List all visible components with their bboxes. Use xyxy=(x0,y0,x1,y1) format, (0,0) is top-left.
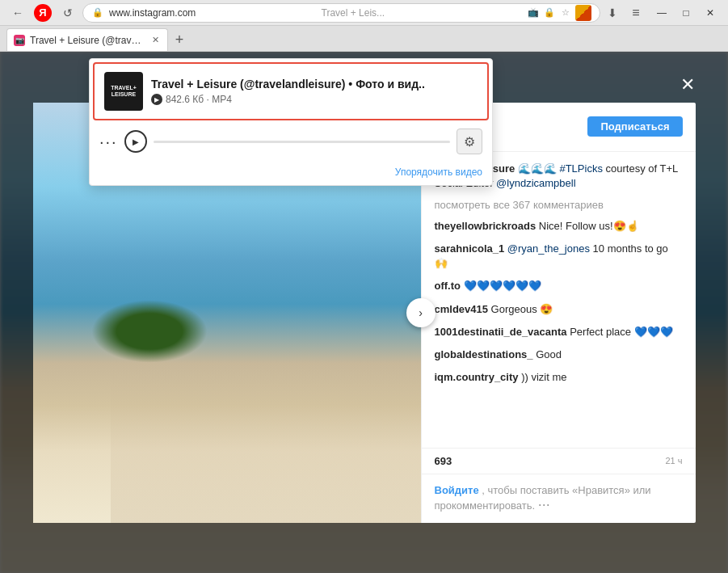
comment-item: 1001destinatii_de_vacanta Perfect place … xyxy=(435,325,683,339)
tabs-bar: 📷 Travel + Leisure (@travela... ✕ + xyxy=(0,26,728,52)
organize-videos-link[interactable]: Упорядочить видео xyxy=(395,166,482,178)
popup-info: Travel + Leisure (@travelandleisure) • Ф… xyxy=(151,78,478,105)
lock-icon: 🔒 xyxy=(91,6,104,19)
new-tab-button[interactable]: + xyxy=(168,28,191,51)
back-button[interactable]: ← xyxy=(6,2,29,24)
tab-favicon-icon: 📷 xyxy=(14,35,25,46)
comment-text: 1001destinatii_de_vacanta Perfect place … xyxy=(435,325,683,339)
close-button[interactable]: ✕ xyxy=(699,2,722,24)
download-button[interactable]: ⬇ xyxy=(604,4,621,22)
post-time: 21 ч xyxy=(665,456,682,466)
comment-text: iqm.country_city )) vizit me xyxy=(435,370,683,385)
comment-text: off.to 💙💙💙💙💙💙 xyxy=(435,279,683,293)
address-icons: 📺 🔒 ☆ xyxy=(527,5,591,21)
see-all-comments[interactable]: посмотреть все 367 комментариев xyxy=(435,199,683,211)
trees-decoration xyxy=(91,300,208,363)
comment-username: 1001destinatii_de_vacanta xyxy=(435,326,567,338)
tab-instagram[interactable]: 📷 Travel + Leisure (@travela... ✕ xyxy=(6,28,168,51)
comment-item: cmldev415 Gorgeous 😍 xyxy=(435,302,683,317)
comment-item: theyellowbrickroads Nice! Follow us!😍☝ xyxy=(435,219,683,234)
comment-item: off.to 💙💙💙💙💙💙 xyxy=(435,279,683,293)
window-controls: — □ ✕ xyxy=(650,2,722,24)
login-prompt: Войдите , чтобы поставить «Нравится» или… xyxy=(422,474,696,523)
follow-button[interactable]: Подписаться xyxy=(587,116,682,137)
popup-header: TRAVEL+ LEISURE Travel + Leisure (@trave… xyxy=(93,62,489,120)
comment-username: iqm.country_city xyxy=(435,371,519,383)
tab-close-button[interactable]: ✕ xyxy=(149,35,161,46)
menu-button[interactable]: ≡ xyxy=(625,2,647,24)
login-link[interactable]: Войдите xyxy=(435,484,479,496)
hashtag-link[interactable]: #TLPicks xyxy=(559,162,602,175)
comment-text: theyellowbrickroads Nice! Follow us!😍☝ xyxy=(435,219,683,234)
tab-label: Travel + Leisure (@travela... xyxy=(30,35,145,46)
popup-logo: TRAVEL+ LEISURE xyxy=(104,72,143,111)
comment-username: cmldev415 xyxy=(435,303,489,315)
comment-username: globaldestinations_ xyxy=(435,348,533,360)
more-options-dots[interactable]: ··· xyxy=(538,496,550,512)
comments-list[interactable]: travelandleisure 🌊🌊🌊 #TLPicks courtesy o… xyxy=(422,152,696,448)
comment-text: cmldev415 Gorgeous 😍 xyxy=(435,302,683,317)
page-title-text: Travel + Leis... xyxy=(315,7,523,19)
modal-close-button[interactable]: ✕ xyxy=(676,74,699,96)
popup-footer: Упорядочить видео xyxy=(90,161,492,185)
comment-username: theyellowbrickroads xyxy=(435,220,537,232)
url-text: www.instagram.com xyxy=(109,7,310,19)
refresh-button[interactable]: ↺ xyxy=(57,2,79,24)
post-actions: 693 21 ч xyxy=(422,448,696,474)
play-button[interactable]: ▶ xyxy=(124,130,147,153)
see-all-text[interactable]: посмотреть все 367 комментариев xyxy=(435,199,683,211)
settings-gear-button[interactable]: ⚙ xyxy=(457,129,482,154)
shield-icon[interactable]: 🔒 xyxy=(543,6,556,19)
comment-text: sarahnicola_1 @ryan_the_jones 10 months … xyxy=(435,242,683,271)
comment-username: sarahnicola_1 xyxy=(435,242,505,255)
next-image-button[interactable]: › xyxy=(406,298,436,327)
star-icon[interactable]: ☆ xyxy=(559,6,572,19)
comment-username: off.to xyxy=(435,280,461,292)
browser-titlebar: ← Я ↺ 🔒 www.instagram.com Travel + Leis.… xyxy=(0,0,728,26)
options-dots-button[interactable]: ··· xyxy=(99,133,118,151)
extension-icon[interactable] xyxy=(575,5,591,21)
media-type-icon: ▶ xyxy=(151,94,162,105)
comment-item: globaldestinations_ Good xyxy=(435,348,683,362)
media-icon[interactable]: 📺 xyxy=(527,6,540,19)
progress-bar[interactable] xyxy=(154,141,450,143)
popup-title: Travel + Leisure (@travelandleisure) • Ф… xyxy=(151,78,478,91)
popup-logo-text: TRAVEL+ LEISURE xyxy=(111,85,137,99)
page-content: ✕ › T+L eis... Подписаться xyxy=(0,52,728,573)
address-bar[interactable]: 🔒 www.instagram.com Travel + Leis... 📺 🔒… xyxy=(82,3,600,23)
browser-window: ← Я ↺ 🔒 www.instagram.com Travel + Leis.… xyxy=(0,0,728,573)
popup-subtitle: ▶ 842.6 Кб · MP4 xyxy=(151,94,478,105)
popup-body: ··· ▶ ⚙ xyxy=(90,124,492,161)
user-link[interactable]: @lyndzicampbell xyxy=(496,177,575,189)
yandex-logo-icon: Я xyxy=(34,4,52,22)
minimize-button[interactable]: — xyxy=(650,2,673,24)
beach-overlay xyxy=(111,355,421,523)
maximize-button[interactable]: □ xyxy=(675,2,697,24)
user-mention[interactable]: @ryan_the_jones xyxy=(507,242,590,255)
download-popup: TRAVEL+ LEISURE Travel + Leisure (@trave… xyxy=(89,58,493,186)
like-count: 693 xyxy=(435,455,659,467)
comment-text: globaldestinations_ Good xyxy=(435,348,683,362)
comment-item: iqm.country_city )) vizit me xyxy=(435,370,683,385)
comment-item: sarahnicola_1 @ryan_the_jones 10 months … xyxy=(435,242,683,271)
